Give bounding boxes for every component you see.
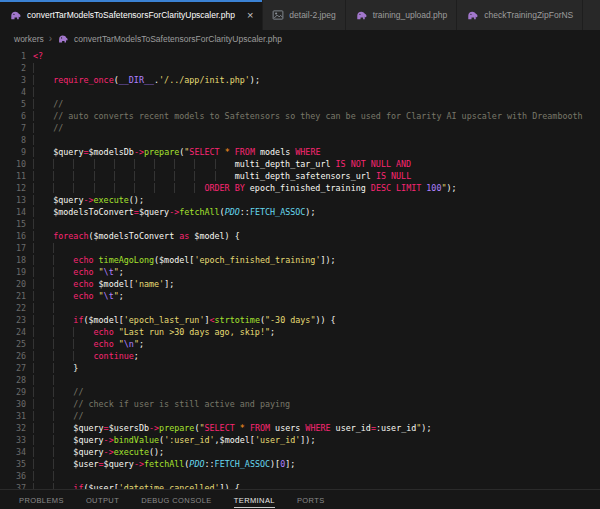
code-token: <? [33, 51, 43, 61]
code-line[interactable]: 36 [0, 470, 600, 482]
code-token: echo [73, 291, 93, 301]
code-token: // [53, 123, 63, 133]
code-token: ; [134, 351, 139, 361]
indent-guides [33, 327, 94, 337]
code-line[interactable]: 5 // [0, 98, 600, 110]
code-line[interactable]: 18 echo timeAgoLong($model['epoch_finish… [0, 254, 600, 266]
code-line[interactable]: 30 // check if user is still active and … [0, 398, 600, 410]
code-token: ':user_id' [164, 435, 214, 445]
tab-label: convertTarModelsToSafetensorsForClarityU… [27, 10, 235, 20]
code-line[interactable]: 15 [0, 218, 600, 230]
code-line[interactable]: 23 if($model['epoch_last_run']<strtotime… [0, 314, 600, 326]
code-text: // [33, 122, 63, 134]
panel-tab-output[interactable]: OUTPUT [75, 490, 130, 509]
panel-tab-ports[interactable]: PORTS [286, 490, 336, 509]
code-line[interactable]: 9 $query=$modelsDb->prepare("SELECT * FR… [0, 146, 600, 158]
line-number: 36 [0, 470, 26, 482]
code-line[interactable]: 27 } [0, 362, 600, 374]
code-token: IS NULL [376, 171, 411, 181]
code-token: :: [240, 207, 250, 217]
tab-detail-2-jpeg[interactable]: detail-2.jpeg [263, 0, 345, 30]
code-line[interactable]: 14 $modelsToConvert=$query->fetchAll(PDO… [0, 206, 600, 218]
code-line[interactable]: 6 // auto converts recent models to Safe… [0, 110, 600, 122]
code-line[interactable]: 4 [0, 86, 600, 98]
tab-convert-tar-models-php[interactable]: convertTarModelsToSafetensorsForClarityU… [0, 0, 263, 30]
code-line[interactable]: 25 echo "\n"; [0, 338, 600, 350]
line-number: 14 [0, 206, 26, 218]
close-icon[interactable]: × [247, 10, 253, 21]
code-text [33, 470, 73, 482]
code-line[interactable]: 28 [0, 374, 600, 386]
tab-label: detail-2.jpeg [289, 10, 335, 20]
code-token: \t [104, 291, 114, 301]
code-line[interactable]: 20 echo $model['name']; [0, 278, 600, 290]
indent-guides [33, 135, 53, 145]
code-line[interactable]: 2 [0, 62, 600, 74]
line-number: 32 [0, 422, 26, 434]
line-number: 37 [0, 482, 26, 489]
code-text [33, 62, 53, 74]
code-line[interactable]: 24 echo "Last run >30 days ago, skip!"; [0, 326, 600, 338]
code-line[interactable]: 19 echo "\t"; [0, 266, 600, 278]
code-line[interactable]: 35 $user=$query->fetchAll(PDO::FETCH_ASS… [0, 458, 600, 470]
code-line[interactable]: 13 $query->execute(); [0, 194, 600, 206]
code-line[interactable]: 10 multi_depth_tar_url IS NOT NULL AND [0, 158, 600, 170]
code-text: // [33, 98, 63, 110]
tab-training-upload-php[interactable]: training_upload.php [346, 0, 458, 30]
code-line[interactable]: 8 [0, 134, 600, 146]
code-token: FROM [235, 147, 255, 157]
code-line[interactable]: 1<? [0, 50, 600, 62]
code-line[interactable]: 3 require_once(__DIR__.'/../app/init.php… [0, 74, 600, 86]
code-token: prepare [159, 423, 194, 433]
breadcrumb-folder[interactable]: workers [14, 34, 44, 44]
code-token: 'epoch_finished_training' [194, 255, 320, 265]
line-number: 10 [0, 158, 26, 170]
code-text: $user=$query->fetchAll(PDO::FETCH_ASSOC)… [33, 458, 295, 470]
indent-guides [33, 207, 53, 217]
code-line[interactable]: 31 // [0, 410, 600, 422]
line-number: 15 [0, 218, 26, 230]
code-line[interactable]: 37 if($user['datetime_cancelled']) { [0, 482, 600, 489]
indent-guides [33, 483, 73, 489]
code-line[interactable]: 12 ORDER BY epoch_finished_training DESC… [0, 182, 600, 194]
indent-guides [33, 303, 73, 313]
code-line[interactable]: 29 // [0, 386, 600, 398]
code-editor[interactable]: 1<?2 3 require_once(__DIR__.'/../app/ini… [0, 48, 600, 489]
code-token: ,$model[ [215, 435, 255, 445]
code-line[interactable]: 17 [0, 242, 600, 254]
code-text [33, 218, 53, 230]
code-line[interactable]: 21 echo "\t"; [0, 290, 600, 302]
panel-tab-bar: PROBLEMSOUTPUTDEBUG CONSOLETERMINALPORTS [0, 489, 600, 509]
code-line[interactable]: 16 foreach($modelsToConvert as $model) { [0, 230, 600, 242]
panel-tab-debug-console[interactable]: DEBUG CONSOLE [130, 490, 223, 509]
code-line[interactable]: 11 multi_depth_safetensors_url IS NULL [0, 170, 600, 182]
panel-tab-problems[interactable]: PROBLEMS [8, 490, 75, 509]
code-line[interactable]: 33 $query->bindValue(':user_id',$model['… [0, 434, 600, 446]
tab-check-training-zip[interactable]: checkTrainingZipForNS [457, 0, 583, 30]
code-token: execute [94, 195, 129, 205]
breadcrumb-file[interactable]: convertTarModelsToSafetensorsForClarityU… [74, 34, 282, 44]
code-token: echo [94, 327, 114, 337]
line-number: 17 [0, 242, 26, 254]
code-text: $query=$modelsDb->prepare("SELECT * FROM… [33, 146, 321, 158]
indent-guides [33, 315, 73, 325]
indent-guides [33, 99, 53, 109]
php-elephant-icon [466, 9, 479, 22]
code-text: echo "\n"; [33, 338, 144, 350]
code-text: // check if user is still active and pay… [33, 398, 290, 410]
code-line[interactable]: 22 [0, 302, 600, 314]
code-token: echo [73, 255, 93, 265]
line-number: 6 [0, 110, 26, 122]
code-token: users [270, 423, 305, 433]
code-line[interactable]: 32 $query=$usersDb->prepare("SELECT * FR… [0, 422, 600, 434]
code-line[interactable]: 7 // [0, 122, 600, 134]
panel-tab-terminal[interactable]: TERMINAL [223, 490, 286, 509]
code-line[interactable]: 34 $query->execute(); [0, 446, 600, 458]
code-text: $modelsToConvert=$query->fetchAll(PDO::F… [33, 206, 315, 218]
code-text [33, 302, 73, 314]
line-number: 23 [0, 314, 26, 326]
code-token: fetchAll [179, 207, 219, 217]
code-text: require_once(__DIR__.'/../app/init.php')… [33, 74, 260, 86]
code-line[interactable]: 26 continue; [0, 350, 600, 362]
code-text: } [33, 362, 78, 374]
